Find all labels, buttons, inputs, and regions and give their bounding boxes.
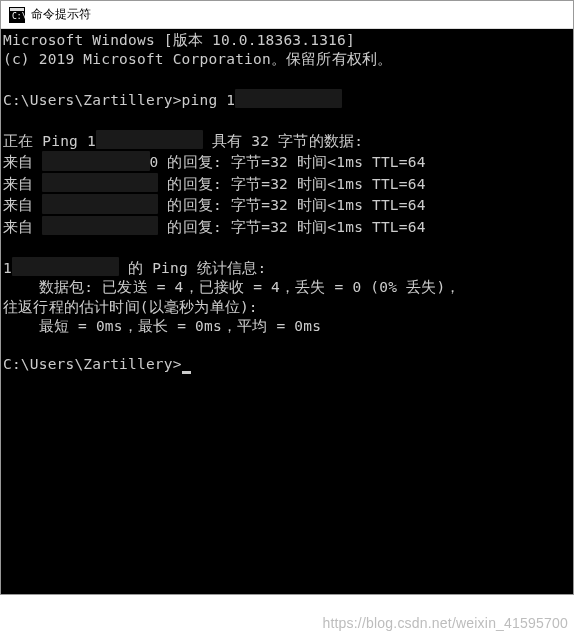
window-title: 命令提示符 [31,6,91,23]
command-ping: ping [182,92,227,108]
watermark-text: https://blog.csdn.net/weixin_41595700 [322,615,568,631]
os-version-line: Microsoft Windows [版本 10.0.18363.1316] [3,32,355,48]
svg-rect-1 [10,8,24,11]
redacted-ip: 192.168.1.12 [42,151,149,170]
reply-line: 的回复: 字节=32 时间<1ms TTL=64 [158,176,425,192]
copyright-line: (c) 2019 Microsoft Corporation。保留所有权利。 [3,51,393,67]
prompt-path: C:\Users\Zartillery> [3,356,182,372]
terminal-output[interactable]: Microsoft Windows [版本 10.0.18363.1316] (… [1,29,573,594]
stats-rtt-header: 往返行程的估计时间(以毫秒为单位): [3,299,258,315]
pinging-line-suffix: 具有 32 字节的数据: [203,133,363,149]
reply-prefix: 来自 [3,155,42,171]
redacted-ip: 192.168.1.120 [42,194,158,213]
redacted-ip: 192.168.1.120 [42,216,158,235]
reply-prefix: 来自 [3,176,42,192]
reply-line: 的回复: 字节=32 时间<1ms TTL=64 [158,219,425,235]
reply-prefix: 来自 [3,198,42,214]
command-prompt-window: C:\ 命令提示符 Microsoft Windows [版本 10.0.183… [0,0,574,595]
reply-prefix: 来自 [3,219,42,235]
cmd-icon: C:\ [9,7,25,23]
stats-header: 的 Ping 统计信息: [119,260,266,276]
stats-packets: 数据包: 已发送 = 4，已接收 = 4，丢失 = 0 (0% 丢失)， [3,279,461,295]
titlebar[interactable]: C:\ 命令提示符 [1,1,573,29]
prompt-path: C:\Users\Zartillery> [3,92,182,108]
cursor [182,371,191,374]
reply-line: 的回复: 字节=32 时间<1ms TTL=64 [158,198,425,214]
pinging-line-prefix: 正在 Ping 1 [3,133,96,149]
reply-line: 的回复: 字节=32 时间<1ms TTL=64 [158,155,425,171]
stats-rtt-values: 最短 = 0ms，最长 = 0ms，平均 = 0ms [3,318,321,334]
redacted-ip: 92.168.1.120 [235,89,342,108]
redacted-ip: 92.168.1.120 [12,257,119,276]
redacted-ip: 192.168.1.120 [42,173,158,192]
svg-text:C:\: C:\ [12,12,25,21]
redacted-ip: 92.168.1.120 [96,130,203,149]
